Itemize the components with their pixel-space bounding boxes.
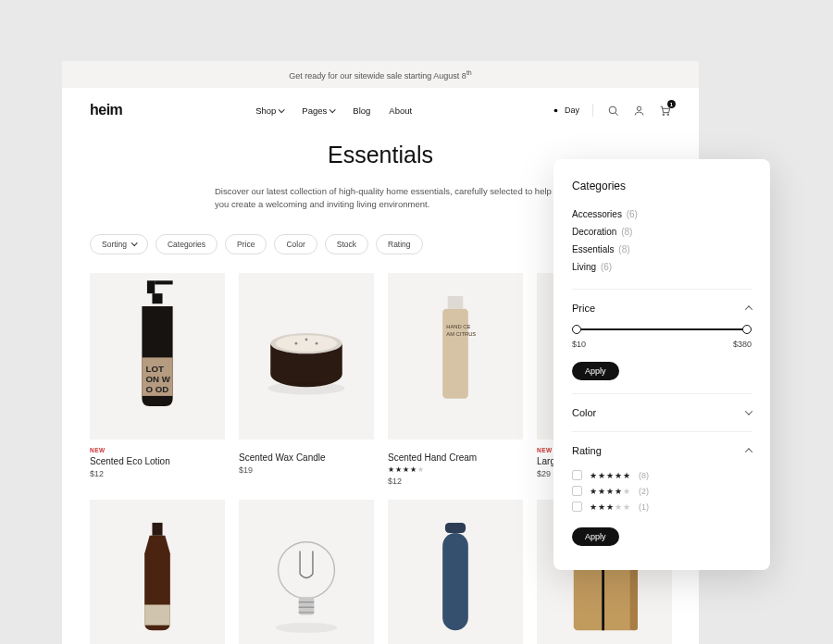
logo[interactable]: heim — [90, 102, 122, 118]
product-card[interactable] — [388, 500, 523, 645]
product-title: Scented Hand Cream — [388, 452, 523, 463]
category-accessories[interactable]: Accessories (6) — [572, 205, 752, 223]
price-max: $380 — [733, 340, 752, 349]
product-title: Scented Wax Candle — [239, 452, 374, 463]
product-image: HAND CE AM CITRUS — [388, 273, 523, 440]
sun-icon — [551, 105, 561, 116]
nav-shop[interactable]: Shop — [255, 105, 283, 116]
price-min: $10 — [572, 340, 586, 349]
account-button[interactable] — [632, 104, 645, 117]
filter-color[interactable]: Color — [274, 234, 317, 254]
announcement-bar: Get ready for our sitewide sale starting… — [62, 61, 699, 88]
filter-price-heading: Price — [572, 303, 595, 314]
checkbox[interactable] — [572, 486, 582, 496]
category-count: (6) — [601, 262, 612, 272]
category-count: (8) — [621, 227, 632, 237]
svg-text:O OD: O OD — [146, 383, 169, 393]
price-apply-button[interactable]: Apply — [572, 362, 619, 380]
nav-shop-label: Shop — [255, 105, 276, 116]
filter-rating[interactable]: Rating — [376, 234, 423, 254]
filter-rating-heading: Rating — [572, 445, 602, 456]
svg-rect-28 — [442, 533, 468, 630]
product-image — [90, 500, 225, 645]
price-slider[interactable]: $10 $380 — [572, 328, 752, 349]
product-rating: ★★★★★ — [388, 465, 523, 474]
svg-point-26 — [276, 622, 337, 632]
candle-graphic — [239, 273, 374, 440]
filter-price-section: Price $10 $380 Apply — [572, 289, 752, 380]
svg-point-17 — [267, 381, 344, 394]
amber-bottle-graphic — [90, 500, 225, 645]
product-image: LOT ON W O OD — [90, 273, 225, 440]
checkbox[interactable] — [572, 502, 582, 512]
rating-count: (2) — [639, 487, 649, 496]
filter-price-header[interactable]: Price — [572, 303, 752, 314]
category-living[interactable]: Living (6) — [572, 258, 752, 276]
filter-sorting[interactable]: Sorting — [90, 234, 148, 254]
filter-rating-label: Rating — [388, 240, 411, 249]
filter-categories-heading: Categories — [572, 180, 752, 192]
slider-handle-min[interactable] — [572, 325, 581, 334]
filter-color-section: Color — [572, 393, 752, 418]
product-card[interactable]: LOT ON W O OD NEW Scented Eco Lotion $12 — [90, 273, 225, 486]
slider-handle-max[interactable] — [742, 325, 752, 334]
search-icon — [607, 105, 619, 117]
nav-blog[interactable]: Blog — [353, 105, 370, 116]
category-essentials[interactable]: Essentials (8) — [572, 241, 752, 258]
filter-color-header[interactable]: Color — [572, 407, 752, 418]
category-decoration[interactable]: Decoration (8) — [572, 223, 752, 241]
category-count: (6) — [627, 209, 638, 219]
filter-rating-section: Rating ★★★★★ (8) ★★★★★ (2) ★★★★★ (1) App… — [572, 431, 752, 546]
stars-3: ★★★★★ — [590, 502, 631, 512]
rating-apply-button[interactable]: Apply — [572, 527, 619, 546]
product-card[interactable]: Scented Wax Candle $19 — [239, 273, 374, 486]
product-title: Scented Eco Lotion — [90, 456, 225, 466]
stars-4: ★★★★★ — [590, 487, 631, 496]
rating-option-4[interactable]: ★★★★★ (2) — [572, 483, 752, 499]
filter-categories-label: Categories — [168, 240, 205, 249]
nav-blog-label: Blog — [353, 105, 370, 116]
search-button[interactable] — [606, 104, 619, 117]
product-card[interactable] — [90, 500, 225, 645]
svg-rect-23 — [144, 604, 170, 625]
svg-rect-19 — [442, 308, 468, 398]
chevron-down-icon — [131, 240, 138, 246]
svg-point-16 — [305, 338, 308, 341]
product-price: $19 — [239, 465, 374, 475]
filter-price[interactable]: Price — [225, 234, 267, 254]
svg-point-3 — [663, 114, 665, 116]
svg-rect-22 — [152, 522, 162, 535]
rating-count: (1) — [639, 502, 649, 512]
rating-option-3[interactable]: ★★★★★ (1) — [572, 499, 752, 514]
slider-track — [577, 328, 747, 330]
svg-rect-7 — [152, 293, 162, 303]
filter-categories[interactable]: Categories — [155, 234, 218, 254]
chevron-down-icon — [279, 106, 285, 113]
theme-toggle[interactable]: Day — [541, 105, 579, 116]
chevron-up-icon — [745, 305, 752, 313]
svg-point-4 — [666, 114, 668, 116]
svg-point-1 — [609, 106, 616, 114]
checkbox[interactable] — [572, 470, 582, 480]
filter-rating-header[interactable]: Rating — [572, 445, 752, 456]
rating-option-5[interactable]: ★★★★★ (8) — [572, 467, 752, 483]
filter-stock[interactable]: Stock — [325, 234, 368, 254]
nav-about[interactable]: About — [389, 105, 412, 116]
nav-pages[interactable]: Pages — [302, 105, 334, 116]
svg-point-14 — [295, 341, 298, 344]
filter-color-label: Color — [286, 240, 305, 249]
nav-pages-label: Pages — [302, 105, 327, 116]
theme-label: Day — [565, 105, 579, 115]
category-label: Accessories — [572, 209, 622, 219]
product-card[interactable]: HAND CE AM CITRUS Scented Hand Cream ★★★… — [388, 273, 523, 486]
product-image — [239, 500, 374, 645]
announcement-text: Get ready for our sitewide sale starting… — [289, 69, 471, 80]
stars-5: ★★★★★ — [590, 471, 631, 480]
category-list: Accessories (6) Decoration (8) Essential… — [572, 205, 752, 276]
header: heim Shop Pages Blog About Day — [62, 88, 699, 132]
product-card[interactable] — [239, 500, 374, 645]
svg-text:HAND CE: HAND CE — [446, 323, 470, 328]
svg-point-0 — [554, 108, 558, 112]
cart-button[interactable]: 1 — [658, 104, 671, 117]
category-label: Living — [572, 262, 596, 272]
